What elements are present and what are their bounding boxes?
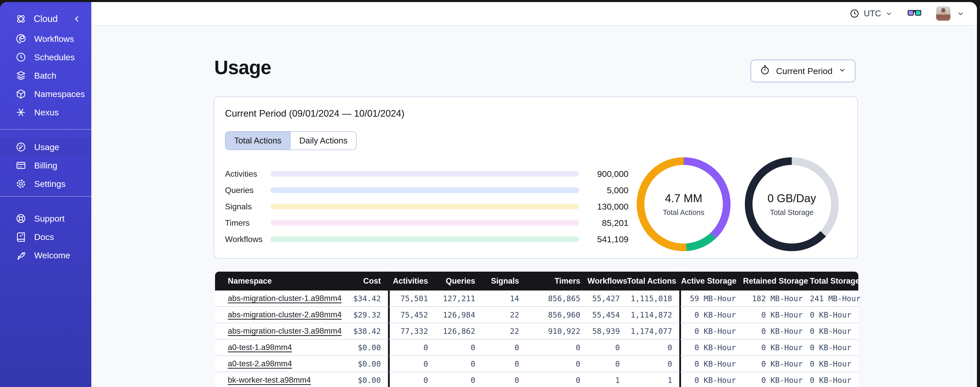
sidebar-divider bbox=[0, 196, 91, 197]
chart-row: Workflows 541,109 bbox=[225, 231, 628, 247]
retained-storage-cell: 0 KB-Hour bbox=[743, 372, 810, 387]
activities-cell: 75,501 bbox=[388, 291, 435, 307]
chart-row: Timers 85,201 bbox=[225, 215, 628, 231]
feedback-glasses-icon[interactable] bbox=[907, 8, 922, 19]
bar-label: Activities bbox=[225, 169, 270, 179]
timers-cell: 0 bbox=[526, 339, 587, 356]
bar-track bbox=[270, 237, 579, 242]
retained-storage-cell: 0 KB-Hour bbox=[743, 356, 810, 372]
timers-cell: 856,960 bbox=[526, 307, 587, 323]
sidebar-brand-row[interactable]: Cloud bbox=[0, 10, 91, 28]
page-title: Usage bbox=[214, 56, 271, 78]
namespace-link[interactable]: abs-migration-cluster-1.a98mm4 bbox=[228, 294, 342, 303]
workflows-cell: 1 bbox=[587, 372, 627, 387]
total-actions-donut: 4.7 MM Total Actions bbox=[637, 157, 730, 251]
docs-book-icon bbox=[15, 231, 27, 243]
bar-value: 5,000 bbox=[579, 186, 628, 195]
support-lifebuoy-icon bbox=[15, 213, 27, 224]
signals-cell: 22 bbox=[482, 307, 526, 323]
col-signals: Signals bbox=[482, 272, 526, 291]
bar-value: 541,109 bbox=[579, 234, 628, 244]
retained-storage-cell: 182 MB-Hour bbox=[743, 291, 810, 307]
sidebar-item-label: Welcome bbox=[34, 250, 70, 261]
sidebar-item-label: Billing bbox=[34, 161, 57, 171]
signals-cell: 0 bbox=[482, 356, 526, 372]
bar-track bbox=[270, 171, 579, 177]
col-total-actions: Total Actions bbox=[627, 272, 679, 291]
sidebar-item-usage[interactable]: Usage bbox=[0, 138, 91, 156]
table-row: a0-test-2.a98mm4 $0.00 0 0 0 0 0 0 0 KB-… bbox=[215, 356, 858, 372]
sidebar-item-welcome[interactable]: Welcome bbox=[0, 246, 91, 264]
table-row: abs-migration-cluster-2.a98mm4 $29.32 75… bbox=[215, 307, 858, 323]
queries-cell: 127,211 bbox=[435, 291, 482, 307]
col-namespace: Namespace bbox=[215, 272, 317, 291]
total-actions-cell: 1 bbox=[627, 372, 679, 387]
signals-cell: 14 bbox=[482, 291, 526, 307]
total-storage-cell: 0 KB-Hour bbox=[810, 323, 858, 339]
collapse-sidebar-icon[interactable] bbox=[72, 14, 82, 24]
cost-cell: $0.00 bbox=[317, 356, 388, 372]
total-storage-cell: 0 KB-Hour bbox=[810, 307, 858, 323]
chart-row: Activities 900,000 bbox=[225, 166, 628, 182]
timers-cell: 0 bbox=[526, 372, 587, 387]
sidebar-item-support[interactable]: Support bbox=[0, 209, 91, 228]
queries-cell: 0 bbox=[435, 372, 482, 387]
sidebar-item-label: Usage bbox=[34, 142, 59, 152]
sidebar-item-nexus[interactable]: Nexus bbox=[0, 103, 91, 122]
cost-cell: $0.00 bbox=[317, 372, 388, 387]
bar-track bbox=[270, 220, 579, 225]
col-timers: Timers bbox=[526, 272, 587, 291]
tab-total-actions[interactable]: Total Actions bbox=[226, 132, 290, 150]
retained-storage-cell: 0 KB-Hour bbox=[743, 339, 810, 356]
chart-row: Queries 5,000 bbox=[225, 182, 628, 198]
sidebar-item-settings[interactable]: Settings bbox=[0, 174, 91, 193]
namespace-link[interactable]: a0-test-2.a98mm4 bbox=[228, 359, 292, 368]
col-total-storage: Total Storage bbox=[810, 272, 858, 291]
namespace-link[interactable]: abs-migration-cluster-3.a98mm4 bbox=[228, 326, 342, 336]
total-actions-cell: 1,174,077 bbox=[627, 323, 679, 339]
schedules-icon bbox=[15, 51, 27, 63]
sidebar-item-namespaces[interactable]: Namespaces bbox=[0, 85, 91, 103]
period-selector-button[interactable]: Current Period bbox=[751, 59, 856, 82]
total-storage-cell: 241 MB-Hour bbox=[810, 291, 858, 307]
donut-value: 0 GB/Day bbox=[767, 192, 816, 205]
sidebar-item-label: Support bbox=[34, 214, 65, 224]
signals-cell: 0 bbox=[482, 372, 526, 387]
actions-tabs: Total Actions Daily Actions bbox=[225, 131, 356, 150]
workflows-cell: 0 bbox=[587, 356, 627, 372]
workflows-cell: 0 bbox=[587, 339, 627, 356]
period-selector-label: Current Period bbox=[776, 66, 832, 76]
sidebar-nav-help: Support Docs Welcome bbox=[0, 198, 91, 264]
active-storage-cell: 0 KB-Hour bbox=[679, 307, 743, 323]
sidebar-item-label: Namespaces bbox=[34, 89, 85, 99]
batch-layers-icon bbox=[15, 70, 27, 81]
sidebar-item-workflows[interactable]: Workflows bbox=[0, 30, 91, 48]
timezone-selector[interactable]: UTC bbox=[850, 8, 893, 19]
col-queries: Queries bbox=[435, 272, 482, 291]
timers-cell: 856,865 bbox=[526, 291, 587, 307]
sidebar-item-label: Docs bbox=[34, 232, 54, 242]
active-storage-cell: 0 KB-Hour bbox=[679, 372, 743, 387]
sidebar-item-schedules[interactable]: Schedules bbox=[0, 48, 91, 66]
timers-cell: 910,922 bbox=[526, 323, 587, 339]
sidebar-item-label: Workflows bbox=[34, 34, 74, 44]
activities-cell: 77,332 bbox=[388, 323, 435, 339]
donut-label: Total Actions bbox=[663, 208, 705, 217]
namespace-link[interactable]: a0-test-1.a98mm4 bbox=[228, 343, 292, 352]
stopwatch-icon bbox=[760, 65, 770, 77]
activities-cell: 75,452 bbox=[388, 307, 435, 323]
sidebar: Cloud Workflows Schedules bbox=[0, 2, 91, 387]
account-menu[interactable] bbox=[936, 6, 965, 21]
active-storage-cell: 0 KB-Hour bbox=[679, 323, 743, 339]
tab-daily-actions[interactable]: Daily Actions bbox=[290, 132, 356, 150]
namespace-link[interactable]: abs-migration-cluster-2.a98mm4 bbox=[228, 310, 342, 319]
main-content: Usage Current Period Current Period (09/… bbox=[91, 26, 977, 387]
workflows-cell: 55,454 bbox=[587, 307, 627, 323]
table-row: bk-worker-test.a98mm4 $0.00 0 0 0 0 1 1 … bbox=[215, 372, 858, 387]
activities-cell: 0 bbox=[388, 339, 435, 356]
namespace-link[interactable]: bk-worker-test.a98mm4 bbox=[228, 376, 311, 384]
timers-cell: 0 bbox=[526, 356, 587, 372]
sidebar-item-docs[interactable]: Docs bbox=[0, 228, 91, 246]
sidebar-item-billing[interactable]: Billing bbox=[0, 156, 91, 174]
sidebar-item-batch[interactable]: Batch bbox=[0, 66, 91, 85]
